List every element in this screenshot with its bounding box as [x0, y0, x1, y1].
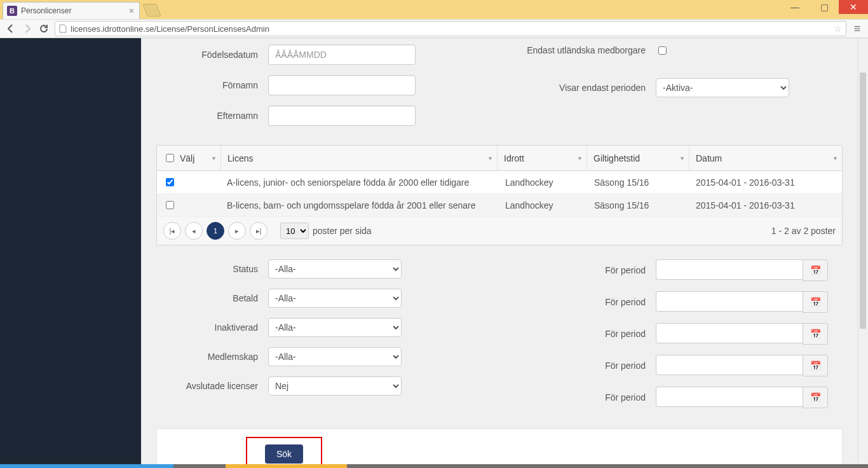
page-viewport: Födelsedatum Förnamn Efternamn Endast ut… [0, 38, 868, 465]
cell-sport: Landhockey [499, 171, 588, 193]
pager-page-1[interactable]: 1 [207, 222, 224, 240]
file-icon [59, 24, 67, 33]
ended-licenses-label: Avslutade licenser [156, 381, 268, 391]
chevron-down-icon[interactable]: ▾ [834, 155, 837, 162]
search-button[interactable]: Sök [265, 444, 303, 464]
address-bar[interactable]: licenses.idrottonline.se/License/PersonL… [55, 21, 846, 36]
chevron-down-icon[interactable]: ▾ [578, 155, 581, 162]
browser-tab[interactable]: B Personlicenser × [3, 2, 140, 19]
search-highlight-box: Sök [246, 437, 322, 465]
select-all-checkbox[interactable] [166, 154, 174, 162]
cell-date: 2015-04-01 - 2016-03-31 [689, 171, 842, 193]
close-window-button[interactable]: ✕ [839, 0, 868, 14]
window-controls: — ▢ ✕ [780, 0, 868, 14]
table-row[interactable]: A-licens, junior- och seniorspelare född… [157, 171, 842, 194]
birthdate-label: Födelsedatum [156, 50, 268, 60]
lastname-label: Efternamn [156, 111, 268, 121]
row-checkbox[interactable] [166, 178, 174, 186]
col-validity-header[interactable]: Giltighetstid [593, 153, 640, 163]
lastname-input[interactable] [268, 106, 416, 126]
col-select-header: Välj [180, 153, 194, 163]
grid-pager: |◂ ◂ 1 ▸ ▸| 10 poster per sida 1 - 2 av … [157, 217, 842, 245]
cell-license: B-licens, barn- och ungdomsspelare födda… [220, 194, 499, 216]
col-date-header[interactable]: Datum [696, 153, 722, 163]
for-period-label-4: För period [512, 361, 656, 371]
search-panel: Sök [156, 429, 843, 465]
period-input-2[interactable] [656, 291, 803, 312]
firstname-input[interactable] [268, 75, 416, 95]
calendar-icon: 📅 [810, 329, 821, 339]
calendar-button-1[interactable]: 📅 [803, 259, 828, 281]
bookmark-star-icon[interactable]: ☆ [834, 24, 842, 34]
per-page-label: poster per sida [313, 226, 372, 236]
table-row[interactable]: B-licens, barn- och ungdomsspelare födda… [157, 194, 842, 217]
pager-first-button[interactable]: |◂ [163, 222, 181, 240]
cell-date: 2015-04-01 - 2016-03-31 [689, 194, 842, 216]
tab-title: Personlicenser [21, 6, 71, 15]
pager-last-button[interactable]: ▸| [250, 222, 268, 240]
vertical-scrollbar[interactable] [858, 38, 867, 465]
membership-label: Medlemskap [156, 352, 268, 362]
sidebar [0, 38, 141, 465]
maximize-button[interactable]: ▢ [810, 0, 839, 14]
chevron-down-icon[interactable]: ▾ [681, 155, 684, 162]
cell-sport: Landhockey [499, 194, 588, 216]
status-label: Status [156, 264, 268, 274]
cell-license: A-licens, junior- och seniorspelare född… [220, 171, 499, 193]
calendar-icon: 📅 [810, 297, 821, 307]
close-icon[interactable]: × [129, 6, 134, 16]
browser-tab-strip: B Personlicenser × — ▢ ✕ [0, 0, 868, 19]
calendar-icon: 📅 [810, 361, 821, 371]
calendar-button-2[interactable]: 📅 [803, 291, 828, 313]
for-period-label-3: För period [512, 329, 656, 339]
membership-select[interactable]: -Alla- [268, 347, 402, 366]
foreign-citizens-checkbox[interactable] [658, 46, 667, 55]
col-license-header[interactable]: Licens [227, 153, 253, 163]
period-input-1[interactable] [656, 259, 803, 280]
chevron-down-icon[interactable]: ▾ [212, 155, 215, 162]
url-text: licenses.idrottonline.se/License/PersonL… [71, 24, 269, 34]
main-content: Födelsedatum Förnamn Efternamn Endast ut… [141, 38, 868, 465]
lower-filters: Status -Alla- Betald -Alla- Inaktiverad … [156, 259, 843, 418]
grid-header: Välj ▾ Licens ▾ Idrott ▾ Giltighetstid ▾ [157, 146, 842, 171]
scrollbar-thumb[interactable] [860, 72, 866, 329]
calendar-button-3[interactable]: 📅 [803, 323, 828, 345]
for-period-label-1: För period [512, 265, 656, 275]
period-input-5[interactable] [656, 387, 803, 407]
pager-prev-button[interactable]: ◂ [185, 222, 203, 240]
page-size-select[interactable]: 10 [280, 223, 309, 239]
calendar-button-4[interactable]: 📅 [803, 355, 828, 376]
calendar-button-5[interactable]: 📅 [803, 387, 828, 408]
pager-range: 1 - 2 av 2 poster [771, 226, 836, 236]
period-input-4[interactable] [656, 355, 803, 375]
reload-button[interactable] [38, 23, 50, 34]
chevron-down-icon[interactable]: ▾ [489, 155, 492, 162]
status-select[interactable]: -Alla- [268, 259, 402, 279]
paid-select[interactable]: -Alla- [268, 289, 402, 308]
new-tab-button[interactable] [142, 4, 161, 17]
cell-validity: Säsong 15/16 [588, 194, 689, 216]
ended-licenses-select[interactable]: Nej [268, 376, 402, 396]
period-select[interactable]: -Aktiva- [656, 78, 789, 97]
minimize-button[interactable]: — [780, 0, 810, 14]
paid-label: Betald [156, 293, 268, 303]
favicon-icon: B [7, 6, 17, 16]
cell-validity: Säsong 15/16 [588, 171, 689, 193]
back-button[interactable] [5, 23, 17, 34]
row-checkbox[interactable] [166, 201, 174, 209]
col-sport-header[interactable]: Idrott [504, 153, 524, 163]
pager-next-button[interactable]: ▸ [228, 222, 246, 240]
browser-toolbar: licenses.idrottonline.se/License/PersonL… [0, 19, 868, 38]
forward-button[interactable] [22, 23, 33, 34]
for-period-label-2: För period [512, 297, 656, 307]
inactivated-label: Inaktiverad [156, 322, 268, 333]
search-form-top: Födelsedatum Förnamn Efternamn Endast ut… [156, 45, 843, 136]
birthdate-input[interactable] [268, 45, 416, 65]
license-grid: Välj ▾ Licens ▾ Idrott ▾ Giltighetstid ▾ [156, 145, 843, 245]
firstname-label: Förnamn [156, 80, 268, 90]
foreign-citizens-label: Endast utländska medborgare [512, 45, 656, 56]
hamburger-menu-button[interactable]: ≡ [851, 22, 863, 36]
period-input-3[interactable] [656, 323, 803, 343]
inactivated-select[interactable]: -Alla- [268, 318, 402, 337]
show-only-period-label: Visar endast perioden [512, 83, 656, 93]
